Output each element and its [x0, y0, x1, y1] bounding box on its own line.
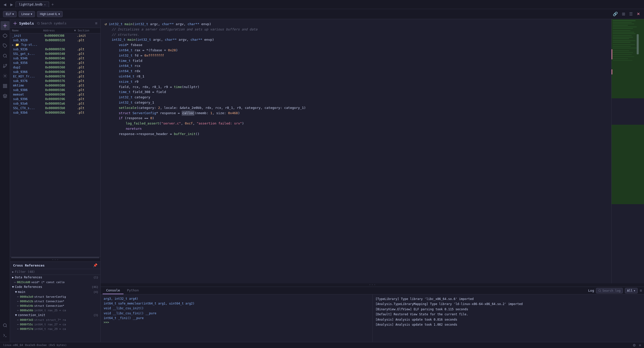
xref-conninit-label: connection_init: [18, 313, 45, 317]
status-filter-btn[interactable]: ≡: [639, 343, 641, 347]
xref-data-count: {1}: [93, 276, 98, 279]
log-filter-btn[interactable]: All ▾: [625, 288, 638, 293]
symbol-row-14[interactable]: sub_93960x000009396.plt: [10, 97, 100, 101]
xref-main-item-2[interactable]: ← 0000a52b struct Connection*: [10, 299, 100, 303]
tab-console[interactable]: Console: [103, 287, 124, 294]
code-line: uint64_t r8_1: [101, 74, 611, 79]
xref-filter-expand: ▶: [12, 270, 14, 274]
sidebar-tag-btn[interactable]: [1, 41, 10, 50]
columns-btn[interactable]: ⊞: [621, 11, 626, 17]
sidebar-find-btn[interactable]: [1, 51, 10, 60]
code-view[interactable]: ↺int32_t main(int32_t argc, char** argv,…: [101, 19, 611, 283]
status-bar: linux-x86_64 0xa3a9-0xa3ae (0x5 bytes) ⚙…: [0, 342, 644, 348]
symbol-row-13[interactable]: memset0x000009390.plt: [10, 92, 100, 97]
xref-conninit-item-1[interactable]: ← 0000f3d3 struct struct_7* ra: [10, 318, 100, 322]
status-settings-btn[interactable]: ⚙: [633, 343, 636, 347]
xref-addr: 0023cdd0: [17, 281, 30, 284]
elf-label: ELF: [6, 12, 11, 16]
sidebar-settings-btn[interactable]: [1, 71, 10, 80]
tab-next-btn[interactable]: ▶: [9, 2, 15, 8]
symbols-menu-btn[interactable]: ≡: [95, 21, 97, 26]
symbol-row-15[interactable]: sub_93a60x0000093a6.plt: [10, 101, 100, 106]
log-line: [Default] Restored View State for the cu…: [376, 312, 641, 317]
log-filter-dropdown: ▾: [633, 289, 635, 292]
svg-rect-25: [613, 28, 633, 29]
symbol-row-11[interactable]: mktime0x000009380.plt: [10, 83, 100, 88]
symbol-row-1[interactable]: sub_93200x000009320.plt: [10, 38, 100, 42]
svg-rect-28: [613, 33, 635, 34]
xref-data-refs-header[interactable]: ▶ Data References {1}: [10, 275, 100, 280]
xref-conninit-header[interactable]: ▼ connection_init {3}: [10, 313, 100, 318]
tab-prev-btn[interactable]: ◀: [2, 2, 8, 8]
menu-btn[interactable]: ☰: [628, 11, 634, 17]
symbol-row-4[interactable]: SSL_get_s...0x000009340.plt: [10, 52, 100, 56]
link-btn[interactable]: 🔗: [612, 11, 619, 17]
cross-ref-pin-btn[interactable]: 📌: [93, 263, 97, 267]
svg-point-17: [15, 23, 16, 24]
symbol-row-12[interactable]: sub_93860x000009386.plt: [10, 88, 100, 92]
sidebar-branch-btn[interactable]: [1, 61, 10, 70]
code-line: int64_t rdx: [101, 69, 611, 74]
symbol-row-0[interactable]: _init0x000009308.init: [10, 33, 100, 38]
xref-conninit-item-2[interactable]: ← 0000f55c int64_t rax_27 = ca: [10, 322, 100, 327]
code-line: log_failed_assert("server.c", 0xcf, "ass…: [101, 121, 611, 126]
xref-conninit-count: {3}: [93, 314, 98, 317]
sidebar-terminal-btn[interactable]: [1, 331, 10, 340]
status-platform: linux-x86_64: [3, 343, 23, 347]
xref-main-item-1[interactable]: ← 0000a3a9 struct ServerConfig: [10, 294, 100, 299]
code-line: // Initializes a server configuration an…: [101, 27, 611, 32]
bottom-tabs: Console Python Log Search log All ▾ ≡: [101, 287, 644, 294]
xref-main-item-4[interactable]: ← 0000a56b int64_t rax_25 = ca: [10, 308, 100, 313]
minimap-canvas: [612, 19, 644, 283]
symbol-row-2[interactable]: ▶📁Tcp-st...: [10, 42, 100, 47]
sidebar-search-btn[interactable]: [1, 321, 10, 330]
elf-btn[interactable]: ELF ▾: [3, 11, 17, 17]
sort-icon[interactable]: ▼: [74, 29, 78, 32]
highlevel-btn[interactable]: High Level IL ▾: [37, 11, 63, 17]
sidebar-home-btn[interactable]: [1, 21, 10, 30]
svg-rect-10: [5, 84, 7, 85]
symbol-row-6[interactable]: sub_93560x000009356.plt: [10, 61, 100, 65]
svg-point-46: [599, 289, 601, 291]
tab-lighttpd[interactable]: lighttpd.bndb ✕: [16, 2, 49, 7]
xref-main-label: main: [18, 290, 25, 294]
status-address: 0xa3a9-0xa3ae (0x5 bytes): [25, 343, 67, 347]
tab-add-btn[interactable]: +: [50, 2, 55, 7]
code-line: field, rcx, rdx, r8_1, r9 = time(nullptr…: [101, 84, 611, 90]
symbol-row-10[interactable]: sub_93760x000009376.plt: [10, 79, 100, 83]
sidebar-puzzle-btn[interactable]: [1, 31, 10, 40]
svg-rect-22: [613, 24, 634, 24]
resize-handle[interactable]: • • •: [10, 258, 100, 262]
symbol-row-8[interactable]: sub_93660x000009366.plt: [10, 70, 100, 74]
sidebar-layers-btn[interactable]: [1, 92, 10, 101]
xref-main-header[interactable]: ▼ main {4}: [10, 289, 100, 294]
symbol-row-16[interactable]: SSL_CTX_s...0x0000093b0.plt: [10, 106, 100, 110]
minimap[interactable]: [611, 19, 644, 283]
svg-rect-26: [613, 30, 630, 31]
xref-filter-row[interactable]: ▶ Filter (48): [10, 269, 100, 275]
svg-rect-31: [613, 38, 629, 39]
close-panel-btn[interactable]: ✕: [636, 11, 641, 17]
tab-close-btn[interactable]: ✕: [44, 3, 46, 6]
xref-code-refs-header[interactable]: ▼ Code References {46}: [10, 284, 100, 289]
console-line: void __libc_csu_init(): [104, 306, 369, 311]
linear-btn[interactable]: Linear ▾: [19, 11, 35, 17]
symbol-row-3[interactable]: sub_93360x000009336.plt: [10, 47, 100, 52]
log-search-btn[interactable]: Search log: [596, 288, 623, 293]
xref-conninit-item-3[interactable]: ← 0000f57d int64_t rax_29 = ca: [10, 327, 100, 331]
code-resize-handle[interactable]: • • •: [101, 283, 644, 287]
sidebar-icons: [0, 19, 10, 342]
sidebar-grid-btn[interactable]: [1, 81, 10, 91]
tab-python[interactable]: Python: [124, 287, 142, 294]
symbols-search-btn[interactable]: Search symbols: [37, 22, 66, 25]
symbol-row-5[interactable]: sub_93460x000009346.plt: [10, 56, 100, 61]
symbol-row-17[interactable]: sub_93b60x0000093b6.plt: [10, 110, 100, 115]
xref-main-item-3[interactable]: ← 0000a54b struct Connection*: [10, 303, 100, 308]
symbol-row-9[interactable]: EC_KEY_fr...0x000009370.plt: [10, 74, 100, 79]
symbol-row-7[interactable]: dup20x000009360.plt: [10, 65, 100, 70]
svg-rect-29: [613, 35, 632, 36]
console-pane[interactable]: arg3, int32_t arg4)int64_t safe_memclear…: [101, 294, 373, 342]
xref-data-item-1[interactable]: ↦ 0023cdd0 void* (* const callo: [10, 280, 100, 284]
bottom-right: Log Search log All ▾ ≡: [588, 288, 642, 293]
bottom-menu-btn[interactable]: ≡: [640, 288, 642, 293]
